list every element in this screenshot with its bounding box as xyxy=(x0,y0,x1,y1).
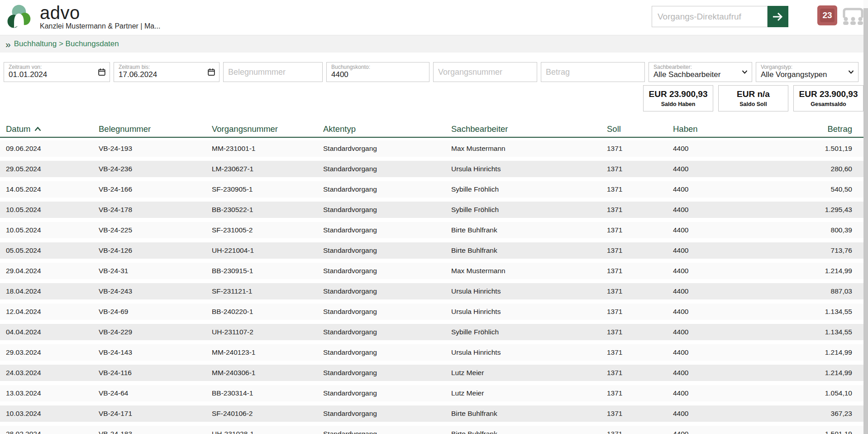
cell-haben: 4400 xyxy=(673,145,741,153)
date-from-label: Zeitraum von: xyxy=(9,64,105,70)
column-header-haben[interactable]: Haben xyxy=(673,124,741,134)
cell-betrag: 1.501,19 xyxy=(741,145,852,153)
cell-belegnummer: VB-24-225 xyxy=(99,226,212,234)
table-row[interactable]: 29.03.2024VB-24-143MM-240123-1Standardvo… xyxy=(0,344,863,361)
sachbearbeiter-select[interactable]: Sachbearbeiter: Alle Sachbearbeiter xyxy=(649,62,752,82)
cell-vorgangsnummer: BB-230314-1 xyxy=(212,389,323,397)
cell-aktentyp: Standardvorgang xyxy=(323,145,451,153)
breadcrumb[interactable]: Buchhaltung > Buchungsdaten xyxy=(14,39,119,48)
cell-haben: 4400 xyxy=(673,226,741,234)
table-body: 09.06.2024VB-24-193MM-231001-1Standardvo… xyxy=(0,140,863,434)
cell-betrag: 800,39 xyxy=(741,226,852,234)
column-header-sachbearbeiter[interactable]: Sachbearbeiter xyxy=(451,124,607,134)
table-row[interactable]: 14.05.2024VB-24-166SF-230905-1Standardvo… xyxy=(0,181,863,198)
saldo-haben-box: EUR 23.900,93 Saldo Haben xyxy=(643,85,713,111)
cell-datum: 14.05.2024 xyxy=(6,185,99,193)
column-header-aktentyp[interactable]: Aktentyp xyxy=(323,124,451,134)
vorgangstyp-select[interactable]: Vorgangstyp: Alle Vorgangstypen xyxy=(756,62,858,82)
cell-soll: 1371 xyxy=(607,145,673,153)
date-to-field[interactable]: Zeitraum bis: 17.06.2024 xyxy=(114,62,219,82)
meeting-people-icon[interactable] xyxy=(841,7,865,26)
cell-belegnummer: VB-24-64 xyxy=(99,389,212,397)
cell-sachbearbeiter: Birte Buhlfrank xyxy=(451,430,607,434)
cell-betrag: 367,23 xyxy=(741,410,852,418)
saldo-haben-label: Saldo Haben xyxy=(661,101,696,107)
vorgangsnummer-input[interactable] xyxy=(438,63,532,82)
cell-haben: 4400 xyxy=(673,369,741,377)
cell-datum: 10.03.2024 xyxy=(6,410,99,418)
column-header-belegnummer[interactable]: Belegnummer xyxy=(99,124,212,134)
column-header-soll[interactable]: Soll xyxy=(607,124,673,134)
cell-vorgangsnummer: SF-231005-2 xyxy=(212,226,323,234)
table-row[interactable]: 18.04.2024VB-24-243SF-231121-1Standardvo… xyxy=(0,283,863,299)
buchungskonto-label: Buchungskonto: xyxy=(331,64,424,70)
cell-vorgangsnummer: BB-240220-1 xyxy=(212,308,323,316)
saldo-soll-box: EUR n/a Saldo Soll xyxy=(718,85,788,111)
cell-betrag: 887,03 xyxy=(741,287,852,295)
cell-soll: 1371 xyxy=(607,185,673,193)
table-row[interactable]: 12.04.2024VB-24-69BB-240220-1Standardvor… xyxy=(0,304,863,320)
table-row[interactable]: 05.05.2024VB-24-126UH-221004-1Standardvo… xyxy=(0,242,863,259)
cell-belegnummer: VB-24-178 xyxy=(99,206,212,214)
cell-aktentyp: Standardvorgang xyxy=(323,369,451,377)
cell-datum: 04.04.2024 xyxy=(6,328,99,336)
table-row[interactable]: 10.05.2024VB-24-225SF-231005-2Standardvo… xyxy=(0,222,863,238)
cell-soll: 1371 xyxy=(607,410,673,418)
cell-betrag: 1.214,99 xyxy=(741,369,852,377)
cell-aktentyp: Standardvorgang xyxy=(323,348,451,357)
cell-datum: 09.06.2024 xyxy=(6,145,99,153)
buchungsdaten-table: Datum Belegnummer Vorgangsnummer Aktenty… xyxy=(0,117,863,434)
cell-sachbearbeiter: Birte Buhlfrank xyxy=(451,246,607,255)
cell-vorgangsnummer: LM-230627-1 xyxy=(212,165,323,173)
cell-belegnummer: VB-24-31 xyxy=(99,267,212,275)
cell-betrag: 1.134,55 xyxy=(741,328,852,336)
cell-aktentyp: Standardvorgang xyxy=(323,328,451,336)
cell-betrag: 1.054,10 xyxy=(741,389,852,397)
saldo-soll-value: EUR n/a xyxy=(737,89,770,99)
cell-aktentyp: Standardvorgang xyxy=(323,226,451,234)
table-row[interactable]: 04.04.2024VB-24-229UH-231107-2Standardvo… xyxy=(0,324,863,340)
cell-aktentyp: Standardvorgang xyxy=(323,410,451,418)
cell-vorgangsnummer: SF-240106-2 xyxy=(212,410,323,418)
cell-betrag: 1.214,99 xyxy=(741,348,852,357)
cell-haben: 4400 xyxy=(673,410,741,418)
table-row[interactable]: 29.05.2024VB-24-236LM-230627-1Standardvo… xyxy=(0,161,863,177)
cell-soll: 1371 xyxy=(607,369,673,377)
cell-haben: 4400 xyxy=(673,348,741,357)
cell-aktentyp: Standardvorgang xyxy=(323,430,451,434)
sachbearbeiter-value: Alle Sachbearbeiter xyxy=(653,70,747,79)
scrollbar-thumb[interactable] xyxy=(863,8,868,434)
table-row[interactable]: 28.02.2024VB-24-183UH-231028-1Standardvo… xyxy=(0,426,863,434)
sachbearbeiter-label: Sachbearbeiter: xyxy=(653,64,747,70)
table-row[interactable]: 09.06.2024VB-24-193MM-231001-1Standardvo… xyxy=(0,140,863,157)
column-header-betrag[interactable]: Betrag xyxy=(741,124,852,134)
search-submit-button[interactable] xyxy=(768,6,788,27)
table-row[interactable]: 13.03.2024VB-24-64BB-230314-1Standardvor… xyxy=(0,385,863,401)
vertical-scrollbar[interactable] xyxy=(863,0,868,434)
cell-aktentyp: Standardvorgang xyxy=(323,308,451,316)
table-row[interactable]: 24.03.2024VB-24-116MM-240306-1Standardvo… xyxy=(0,365,863,381)
cell-datum: 18.04.2024 xyxy=(6,287,99,295)
cell-vorgangsnummer: SF-231121-1 xyxy=(212,287,323,295)
table-row[interactable]: 10.03.2024VB-24-171SF-240106-2Standardvo… xyxy=(0,405,863,422)
vorgang-direktaufruf-input[interactable] xyxy=(652,6,768,27)
cell-aktentyp: Standardvorgang xyxy=(323,206,451,214)
belegnummer-input[interactable] xyxy=(228,63,318,82)
column-header-vorgangsnummer[interactable]: Vorgangsnummer xyxy=(212,124,323,134)
buchungskonto-field[interactable]: Buchungskonto: 4400 xyxy=(326,62,429,82)
calendar-button[interactable]: 23 xyxy=(817,5,837,25)
cell-sachbearbeiter: Ursula Hinrichts xyxy=(451,287,607,295)
betrag-input[interactable] xyxy=(546,63,640,82)
cell-soll: 1371 xyxy=(607,246,673,255)
calendar-picker-icon[interactable] xyxy=(208,68,215,76)
cell-datum: 12.04.2024 xyxy=(6,308,99,316)
calendar-picker-icon[interactable] xyxy=(98,68,105,76)
brand[interactable]: advo Kanzlei Mustermann & Partner | Ma..… xyxy=(5,3,160,31)
cell-datum: 24.03.2024 xyxy=(6,369,99,377)
column-header-datum[interactable]: Datum xyxy=(6,124,99,134)
table-row[interactable]: 29.04.2024VB-24-31BB-230915-1Standardvor… xyxy=(0,263,863,279)
cell-sachbearbeiter: Ursula Hinrichts xyxy=(451,165,607,173)
saldo-haben-value: EUR 23.900,93 xyxy=(649,89,708,99)
table-row[interactable]: 10.05.2024VB-24-178BB-230522-1Standardvo… xyxy=(0,202,863,218)
date-from-field[interactable]: Zeitraum von: 01.01.2024 xyxy=(4,62,110,82)
